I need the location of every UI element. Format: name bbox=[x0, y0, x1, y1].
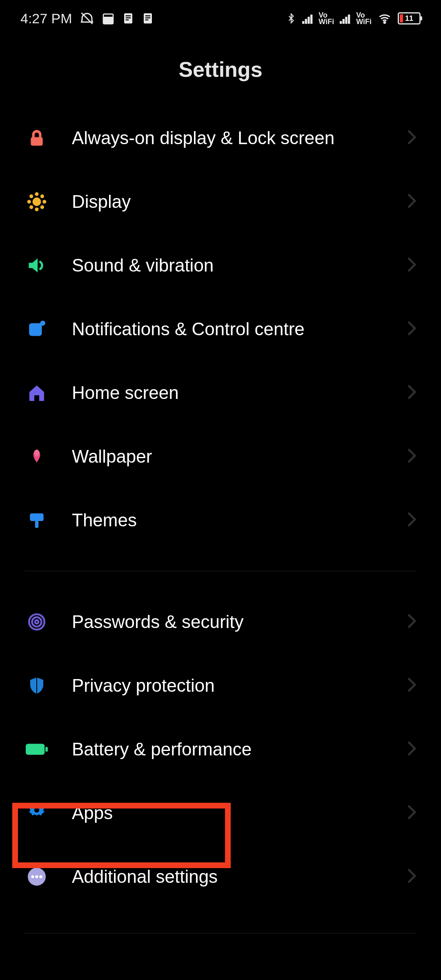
item-label: Sound & vibration bbox=[72, 254, 384, 277]
vowifi-label-2: VoWiFi bbox=[356, 12, 372, 25]
svg-rect-17 bbox=[345, 17, 347, 24]
svg-point-22 bbox=[36, 193, 38, 195]
svg-point-28 bbox=[41, 195, 43, 197]
chevron-right-icon bbox=[407, 193, 416, 211]
clock: 4:27 PM bbox=[20, 11, 72, 27]
notification-icon bbox=[24, 319, 49, 339]
svg-rect-38 bbox=[45, 747, 48, 752]
svg-rect-13 bbox=[308, 17, 310, 24]
chevron-right-icon bbox=[407, 613, 416, 631]
item-notifications[interactable]: Notifications & Control centre bbox=[24, 297, 416, 361]
battery-icon bbox=[24, 742, 49, 756]
item-battery[interactable]: Battery & performance bbox=[24, 717, 416, 781]
status-right: VoWiFi VoWiFi 11 bbox=[286, 11, 421, 25]
svg-point-29 bbox=[30, 206, 32, 208]
item-label: Display bbox=[72, 190, 384, 213]
svg-point-41 bbox=[31, 875, 34, 878]
svg-point-39 bbox=[34, 807, 40, 813]
svg-point-26 bbox=[30, 195, 32, 197]
fingerprint-icon bbox=[24, 612, 49, 632]
item-label: Wallpaper bbox=[72, 445, 384, 468]
settings-list: Always-on display & Lock screen Display … bbox=[0, 106, 441, 933]
signal-icon-1 bbox=[302, 13, 315, 24]
item-label: Privacy protection bbox=[72, 674, 384, 697]
divider bbox=[24, 933, 416, 933]
flower-icon bbox=[24, 446, 49, 467]
svg-rect-9 bbox=[145, 18, 150, 19]
speaker-icon bbox=[24, 255, 49, 276]
chevron-right-icon bbox=[407, 320, 416, 338]
calendar-icon bbox=[102, 12, 115, 25]
item-wallpaper[interactable]: Wallpaper bbox=[24, 425, 416, 488]
item-label: Notifications & Control centre bbox=[72, 317, 384, 341]
item-sound[interactable]: Sound & vibration bbox=[24, 234, 416, 297]
svg-rect-15 bbox=[340, 21, 342, 24]
svg-point-31 bbox=[40, 321, 45, 326]
lock-icon bbox=[24, 128, 49, 148]
item-lockscreen[interactable]: Always-on display & Lock screen bbox=[24, 106, 416, 170]
item-label: Home screen bbox=[72, 381, 384, 404]
item-privacy[interactable]: Privacy protection bbox=[24, 654, 416, 717]
chevron-right-icon bbox=[407, 384, 416, 402]
bluetooth-icon bbox=[286, 11, 296, 25]
item-label: Apps bbox=[72, 801, 384, 824]
svg-point-35 bbox=[32, 617, 42, 627]
battery-percent: 11 bbox=[405, 14, 413, 23]
svg-point-23 bbox=[36, 208, 38, 210]
vowifi-label-1: VoWiFi bbox=[318, 12, 334, 25]
brush-icon bbox=[24, 510, 49, 530]
item-label: Battery & performance bbox=[72, 737, 384, 761]
item-apps[interactable]: Apps bbox=[24, 781, 416, 845]
svg-rect-11 bbox=[302, 21, 304, 24]
svg-rect-14 bbox=[310, 15, 312, 24]
svg-rect-18 bbox=[348, 15, 350, 24]
svg-rect-4 bbox=[125, 16, 131, 17]
page-title: Settings bbox=[0, 37, 441, 106]
doc-icon-1 bbox=[122, 12, 134, 24]
svg-rect-37 bbox=[26, 744, 45, 755]
brightness-icon bbox=[24, 192, 49, 212]
chevron-right-icon bbox=[407, 677, 416, 695]
status-bar: 4:27 PM VoWiFi VoWiFi 11 bbox=[0, 0, 441, 37]
chevron-right-icon bbox=[407, 868, 416, 886]
dots-icon bbox=[24, 867, 49, 886]
svg-rect-32 bbox=[30, 513, 43, 521]
svg-point-42 bbox=[35, 875, 38, 878]
chevron-right-icon bbox=[407, 804, 416, 822]
chevron-right-icon bbox=[407, 740, 416, 758]
item-label: Themes bbox=[72, 508, 384, 532]
chevron-right-icon bbox=[407, 448, 416, 466]
item-themes[interactable]: Themes bbox=[24, 488, 416, 552]
battery-icon: 11 bbox=[398, 12, 421, 24]
item-home[interactable]: Home screen bbox=[24, 361, 416, 425]
item-display[interactable]: Display bbox=[24, 170, 416, 234]
svg-point-43 bbox=[39, 875, 42, 878]
mute-icon bbox=[80, 11, 94, 26]
svg-rect-30 bbox=[29, 323, 42, 336]
divider bbox=[24, 571, 416, 571]
shield-icon bbox=[24, 676, 49, 695]
svg-rect-33 bbox=[35, 521, 38, 528]
gear-icon bbox=[24, 803, 49, 823]
item-label: Passwords & security bbox=[72, 610, 384, 633]
home-icon bbox=[24, 383, 49, 403]
svg-rect-10 bbox=[145, 20, 148, 21]
svg-rect-20 bbox=[31, 137, 42, 146]
item-additional[interactable]: Additional settings bbox=[24, 845, 416, 909]
item-label: Always-on display & Lock screen bbox=[72, 126, 384, 149]
svg-point-27 bbox=[41, 206, 43, 208]
svg-rect-5 bbox=[125, 18, 131, 19]
wifi-icon bbox=[377, 12, 392, 24]
chevron-right-icon bbox=[407, 511, 416, 529]
svg-rect-16 bbox=[343, 19, 345, 24]
svg-point-25 bbox=[43, 201, 45, 203]
chevron-right-icon bbox=[407, 256, 416, 274]
svg-point-19 bbox=[384, 22, 385, 23]
svg-point-36 bbox=[35, 620, 38, 624]
signal-icon-2 bbox=[340, 13, 353, 24]
item-security[interactable]: Passwords & security bbox=[24, 590, 416, 654]
item-label: Additional settings bbox=[72, 865, 384, 888]
status-left: 4:27 PM bbox=[20, 11, 154, 27]
svg-rect-12 bbox=[305, 19, 307, 24]
svg-point-21 bbox=[33, 198, 41, 206]
